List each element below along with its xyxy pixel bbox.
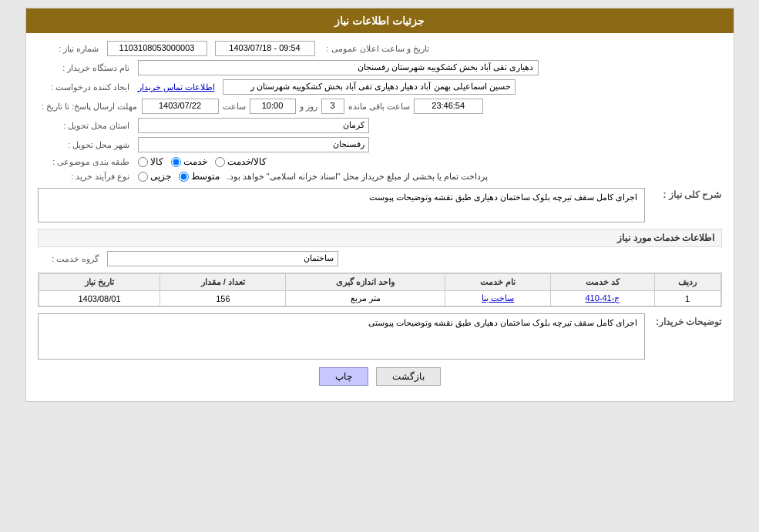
public-announce-value: 1403/07/18 - 09:54	[215, 41, 315, 56]
category-radio-group: کالا/خدمت خدمت کالا	[138, 156, 267, 167]
category-khadamat[interactable]: خدمت	[171, 156, 207, 167]
purchase-type-mutavassit-radio[interactable]	[179, 172, 189, 182]
city-value: رفسنجان	[138, 137, 369, 152]
service-group-label: گروه خدمت :	[38, 254, 99, 264]
category-kala-khadamat[interactable]: کالا/خدمت	[215, 156, 267, 167]
table-row: 1ج-41-410ساخت بنامتر مربع1561403/08/01	[39, 291, 720, 306]
mutavassit-label: متوسط	[191, 171, 220, 182]
buyer-dept-value: دهیاری تقی آباد بخش کشکوییه شهرستان رفسن…	[138, 60, 539, 75]
public-announce-label: تاریخ و ساعت اعلان عمومی :	[323, 44, 429, 54]
category-kala[interactable]: کالا	[138, 156, 163, 167]
buyer-desc-label: توضیحات خریدار:	[645, 313, 722, 327]
cell-unit: متر مربع	[286, 291, 445, 306]
col-code: کد خدمت	[551, 274, 654, 291]
need-desc-box: اجرای کامل سقف تیرچه بلوک ساختمان دهیاری…	[38, 188, 645, 223]
purchase-type-note: پرداخت تمام یا بخشی از مبلغ خریداز محل "…	[227, 172, 489, 182]
province-value: کرمان	[138, 118, 369, 133]
deadline-remaining-value: 23:46:54	[414, 99, 483, 114]
cell-row: 1	[654, 291, 720, 306]
buttons-row: بازگشت چاپ	[38, 367, 722, 386]
col-unit: واحد اندازه گیری	[286, 274, 445, 291]
cell-name[interactable]: ساخت بنا	[445, 291, 551, 306]
deadline-remaining-label: ساعت باقی مانده	[348, 102, 410, 112]
category-kala-radio[interactable]	[138, 157, 148, 167]
category-kala-khadamat-radio[interactable]	[215, 157, 225, 167]
back-button[interactable]: بازگشت	[376, 367, 441, 386]
creator-contact-link[interactable]: اطلاعات تماس خریدار	[138, 82, 215, 92]
purchase-type-radio-group: متوسط جزیی	[138, 171, 220, 182]
buyer-desc-box: اجرای کامل سقف تیرچه بلوک ساختمان دهیاری…	[38, 313, 645, 360]
col-qty: تعداد / مقدار	[160, 274, 286, 291]
category-label: طبقه بندی موضوعی :	[38, 157, 130, 167]
jozii-label: جزیی	[150, 171, 171, 182]
purchase-type-mutavassit[interactable]: متوسط	[179, 171, 220, 182]
purchase-type-jozii[interactable]: جزیی	[138, 171, 171, 182]
khadamat-label: خدمت	[183, 156, 207, 167]
cell-qty: 156	[160, 291, 286, 306]
need-desc-section-label: شرح کلی نیاز :	[645, 188, 722, 200]
province-label: استان محل تحویل :	[38, 121, 130, 131]
purchase-type-label: نوع فرآیند خرید :	[38, 172, 130, 182]
cell-code[interactable]: ج-41-410	[551, 291, 654, 306]
page-title: جزئیات اطلاعات نیاز	[26, 8, 734, 33]
cell-date: 1403/08/01	[39, 291, 160, 306]
city-label: شهر محل تحویل :	[38, 140, 130, 150]
col-date: تاریخ نیاز	[39, 274, 160, 291]
buyer-dept-label: نام دستگاه خریدار :	[38, 63, 130, 73]
services-section-title: اطلاعات خدمات مورد نیاز	[38, 229, 722, 247]
creator-label: ایجاد کننده درخواست :	[38, 82, 130, 92]
print-button[interactable]: چاپ	[319, 367, 368, 386]
creator-value: حسین اسماعیلی بهمن آباد دهیار دهیاری تقی…	[223, 79, 516, 95]
service-group-value: ساختمان	[107, 251, 338, 266]
kala-label: کالا	[150, 156, 163, 167]
deadline-day-label: روز و	[300, 102, 317, 112]
col-name: نام خدمت	[445, 274, 551, 291]
need-number-value: 1103108053000003	[107, 41, 207, 56]
services-table: ردیف کد خدمت نام خدمت واحد اندازه گیری ت…	[39, 273, 721, 306]
deadline-label: مهلت ارسال پاسخ: تا تاریخ :	[38, 102, 138, 112]
category-khadamat-radio[interactable]	[171, 157, 181, 167]
services-table-container: ردیف کد خدمت نام خدمت واحد اندازه گیری ت…	[38, 273, 722, 307]
deadline-date-value: 1403/07/22	[142, 99, 219, 114]
kala-khadamat-label: کالا/خدمت	[227, 156, 267, 167]
deadline-days-value: 3	[321, 99, 344, 114]
col-row: ردیف	[654, 274, 720, 291]
purchase-type-jozii-radio[interactable]	[138, 172, 148, 182]
need-number-label: شماره نیاز :	[38, 44, 99, 54]
deadline-time-label: ساعت	[223, 102, 246, 112]
deadline-time-value: 10:00	[250, 99, 296, 114]
